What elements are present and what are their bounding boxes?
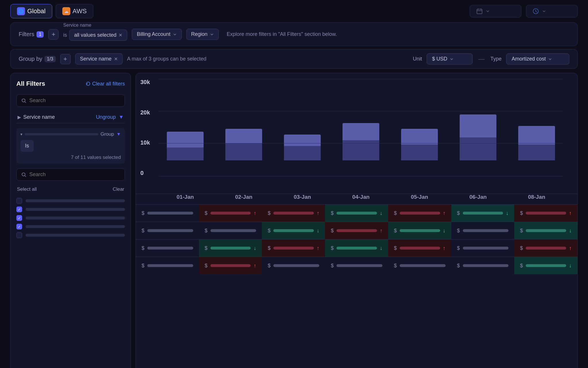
bar-group-2 [217,80,270,160]
arrow-down-icon: ↓ [317,228,319,234]
filter-add-button[interactable]: + [48,29,59,40]
table-row: $ $ $ ↓ $ ↑ $ [136,222,577,239]
clear-button[interactable]: Clear [113,186,124,192]
select-all-text[interactable]: Select all [17,186,37,192]
sidebar-search1[interactable] [16,94,125,107]
top-nav: 🌐 Global ☁ AWS [0,0,588,22]
cb-bar-1 [26,199,125,202]
search2-input[interactable] [29,172,120,178]
table-cell: $ [451,222,514,239]
cell-bar [273,247,314,250]
cb-bar-4 [26,225,125,228]
bar-top-7 [518,126,555,145]
search-icon2 [21,172,26,177]
table-cell: $ ↑ [514,240,577,257]
is-text: is [63,32,67,38]
bar-bottom-7 [518,145,555,160]
bar-top-5 [401,129,438,145]
group-hint: A max of 3 groups can be selected [127,56,408,62]
bar-bottom-3 [284,146,321,160]
bar-bottom-4 [343,140,380,160]
expand-icon[interactable]: ▶ [18,114,21,120]
chevron-down-icon [486,9,490,13]
bar-stack-7 [518,126,555,160]
table-cell: $ ↑ [514,205,577,222]
bar-group-4 [334,80,387,160]
arrow-up-icon: ↑ [569,210,572,216]
table-cell: $ [136,257,199,274]
x-axis: 01-Jan 02-Jan 03-Jan 04-Jan 05-Jan 06-Ja… [136,194,577,204]
cell-bar [210,264,251,267]
table-cell: $ ↓ [514,222,577,239]
group-sub-panel: ▾ Group ▼ Is 7 of 11 values selected [16,128,125,164]
bar-bottom-2 [225,143,262,160]
sidebar-title: All Filters [16,80,45,87]
all-values-select[interactable]: all values selected ✕ [69,30,127,41]
checkbox-3[interactable] [16,215,22,221]
svg-point-3 [22,173,25,176]
y-label-0: 0 [140,170,150,176]
y-label-20k: 20k [140,109,150,116]
close-icon[interactable]: ✕ [119,32,122,38]
arrow-up-icon: ↑ [443,210,446,216]
cell-bar [400,229,440,232]
group-add-button[interactable]: + [60,54,71,64]
clock-dropdown[interactable] [526,5,578,17]
service-name-group-chip[interactable]: Service name ✕ [75,53,123,65]
checkbox-5[interactable] [16,232,22,238]
filters-label: Filters 1 [19,31,44,38]
bar-top-1 [167,132,204,147]
clear-all-button[interactable]: Clear all filters [86,81,125,87]
values-selected-text: 7 of 11 values selected [20,155,121,160]
bar-group-3 [276,80,329,160]
cell-bar [526,247,566,250]
arrow-down-icon: ↓ [380,210,382,216]
type-select[interactable]: Amortized cost [506,53,569,65]
cell-bar [526,229,566,232]
cell-bar [463,247,509,250]
nav-tabs: 🌐 Global ☁ AWS [10,4,93,18]
service-name-row: ▶ Service name Ungroup ▼ [16,111,125,123]
tab-global[interactable]: 🌐 Global [10,4,52,18]
cell-bar [463,264,509,267]
group-filter-icon: ▼ [116,132,121,137]
checkbox-4[interactable] [16,224,22,229]
x-label-2: 02-Jan [217,194,270,200]
bar-group-6 [452,80,504,160]
region-select[interactable]: Region [186,29,219,40]
bar-stack-2 [225,129,262,160]
global-icon: 🌐 [17,7,25,15]
bar-stack-3 [284,135,321,160]
x-label-5: 05-Jan [393,194,446,200]
ungroup-button[interactable]: Ungroup [96,114,116,120]
bar-bottom-6 [460,137,497,160]
arrow-up-icon: ↑ [254,263,256,269]
type-label: Type [490,56,502,62]
data-table: $ $ ↑ $ ↑ $ ↓ [136,204,577,368]
search1-input[interactable] [29,98,120,104]
sidebar-search2[interactable] [16,168,125,181]
chevron-down-icon3 [173,32,177,36]
calendar-dropdown[interactable] [470,5,521,17]
group-dropdown-text[interactable]: Group [100,131,114,137]
bar-top-2 [225,129,262,143]
cell-bar [400,247,440,250]
checkbox-1[interactable] [16,198,22,204]
cell-bar [147,264,193,267]
billing-account-select[interactable]: Billing Account [132,29,181,40]
tab-aws[interactable]: ☁ AWS [56,4,93,18]
table-cell: $ ↑ [262,240,325,257]
bar-group-1 [159,80,212,160]
close-icon2[interactable]: ✕ [114,56,118,62]
bar-bottom-1 [167,147,204,160]
list-item [16,207,125,212]
cell-bar [210,247,251,250]
cell-bar [147,229,193,232]
cell-bar [336,247,377,250]
cell-bar [526,264,566,267]
checkbox-2[interactable] [16,207,22,212]
unit-select[interactable]: $ USD [427,53,473,65]
clock-icon [533,8,539,14]
bar-group-5 [393,80,446,160]
checkbox-list [16,198,125,238]
